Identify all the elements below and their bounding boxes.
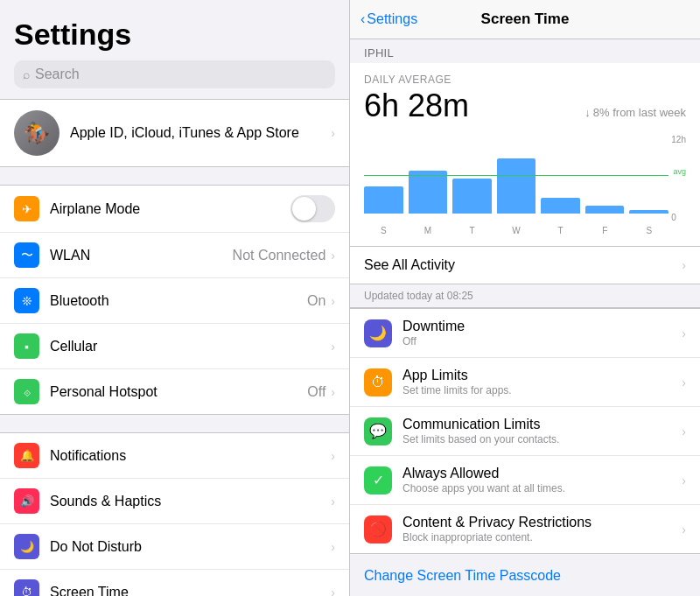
- wlan-value: Not Connected: [233, 248, 326, 263]
- search-bar[interactable]: ⌕ Search: [14, 60, 335, 88]
- settings-row-sounds[interactable]: 🔊Sounds & Haptics›: [0, 479, 349, 524]
- nav-title: Screen Time: [481, 11, 570, 28]
- app-limits-subtitle: Set time limits for apps.: [402, 384, 682, 396]
- settings-row-notifications[interactable]: 🔔Notifications›: [0, 433, 349, 479]
- always-allowed-chevron: ›: [682, 473, 686, 487]
- daily-average-label: Daily Average: [364, 74, 686, 86]
- communication-limits-text: Communication LimitsSet limits based on …: [402, 417, 682, 445]
- settings-row-donotdisturb[interactable]: 🌙Do Not Disturb›: [0, 524, 349, 570]
- profile-chevron: ›: [331, 126, 335, 140]
- daily-average-section: Daily Average 6h 28m ↓ 8% from last week: [350, 63, 700, 135]
- communication-limits-subtitle: Set limits based on your contacts.: [402, 433, 682, 445]
- notifications-icon: 🔔: [14, 443, 39, 468]
- change-text: 8% from last week: [593, 106, 686, 119]
- see-all-row[interactable]: See All Activity ›: [350, 247, 700, 284]
- content-privacy-icon: 🚫: [364, 515, 392, 543]
- wlan-icon: 〜: [14, 242, 39, 268]
- screentime-label: Screen Time: [50, 585, 331, 597]
- avg-line: [364, 175, 668, 176]
- feature-row-content-privacy[interactable]: 🚫Content & Privacy RestrictionsBlock ina…: [350, 505, 700, 553]
- updated-bar: Updated today at 08:25: [350, 284, 700, 308]
- app-limits-chevron: ›: [682, 375, 686, 389]
- sounds-icon: 🔊: [14, 488, 39, 514]
- content-privacy-text: Content & Privacy RestrictionsBlock inap…: [402, 515, 682, 543]
- sounds-chevron: ›: [331, 494, 335, 508]
- feature-row-app-limits[interactable]: ⏱App LimitsSet time limits for apps.›: [350, 358, 700, 407]
- bar-1: [409, 171, 448, 214]
- cellular-label: Cellular: [50, 339, 331, 354]
- chart-y-labels: 12h 0: [671, 135, 686, 222]
- donotdisturb-chevron: ›: [331, 540, 335, 554]
- settings-section-1: ✈Airplane Mode〜WLANNot Connected›❊Blueto…: [0, 185, 349, 415]
- change-icon: ↓: [584, 106, 591, 119]
- communication-limits-icon: 💬: [364, 417, 392, 445]
- sounds-label: Sounds & Haptics: [50, 494, 331, 509]
- bar-wrapper-3: [497, 158, 536, 214]
- profile-name: Apple ID, iCloud, iTunes & App Store: [70, 125, 299, 140]
- downtime-icon: 🌙: [364, 319, 392, 347]
- back-chevron-icon: ‹: [360, 11, 365, 27]
- app-limits-icon: ⏱: [364, 368, 392, 396]
- bar-wrapper-6: [629, 210, 668, 214]
- x-label-4: T: [541, 226, 580, 235]
- content-privacy-chevron: ›: [682, 522, 686, 536]
- always-allowed-icon: ✓: [364, 466, 392, 494]
- x-label-2: T: [452, 226, 492, 235]
- y-max-label: 12h: [671, 135, 686, 144]
- bar-3: [497, 158, 536, 214]
- chart-x-labels: SMTWTFS: [364, 226, 686, 235]
- nav-back-button[interactable]: ‹ Settings: [360, 11, 417, 27]
- settings-row-hotspot[interactable]: ⟐Personal HotspotOff›: [0, 369, 349, 414]
- bar-0: [364, 186, 403, 214]
- settings-row-wlan[interactable]: 〜WLANNot Connected›: [0, 233, 349, 278]
- right-panel: ‹ Settings Screen Time IPHIL Daily Avera…: [350, 0, 700, 596]
- bar-wrapper-0: [364, 186, 403, 214]
- downtime-chevron: ›: [682, 326, 686, 340]
- chart-area: avg 12h 0 SMTWTFS: [350, 135, 700, 246]
- x-label-6: S: [629, 226, 668, 235]
- profile-row[interactable]: 🏇 Apple ID, iCloud, iTunes & App Store ›: [0, 99, 349, 167]
- search-icon: ⌕: [23, 67, 30, 81]
- always-allowed-subtitle: Choose apps you want at all times.: [402, 482, 682, 494]
- right-content: IPHIL Daily Average 6h 28m ↓ 8% from las…: [350, 39, 700, 596]
- see-all-label: See All Activity: [364, 257, 682, 273]
- bluetooth-chevron: ›: [331, 294, 335, 308]
- content-privacy-title: Content & Privacy Restrictions: [402, 515, 682, 530]
- avatar: 🏇: [14, 110, 60, 156]
- communication-limits-chevron: ›: [682, 424, 686, 438]
- hotspot-value: Off: [307, 384, 326, 400]
- app-limits-title: App Limits: [402, 368, 682, 383]
- bar-5: [585, 206, 625, 214]
- hotspot-label: Personal Hotspot: [50, 384, 307, 400]
- wlan-label: WLAN: [50, 248, 233, 263]
- settings-row-bluetooth[interactable]: ❊BluetoothOn›: [0, 278, 349, 324]
- feature-row-communication-limits[interactable]: 💬Communication LimitsSet limits based on…: [350, 407, 700, 456]
- feature-section: 🌙DowntimeOff›⏱App LimitsSet time limits …: [350, 308, 700, 554]
- settings-section-2: 🔔Notifications›🔊Sounds & Haptics›🌙Do Not…: [0, 432, 349, 596]
- screentime-chevron: ›: [331, 585, 335, 597]
- see-all-section: See All Activity ›: [350, 246, 700, 284]
- content-privacy-subtitle: Block inappropriate content.: [402, 531, 682, 543]
- settings-row-screentime[interactable]: ⏱Screen Time›: [0, 570, 349, 596]
- nav-bar: ‹ Settings Screen Time: [350, 0, 700, 39]
- bar-6: [629, 210, 668, 214]
- feature-row-always-allowed[interactable]: ✓Always AllowedChoose apps you want at a…: [350, 456, 700, 505]
- left-panel: Settings ⌕ Search 🏇 Apple ID, iCloud, iT…: [0, 0, 350, 596]
- airplane-mode-toggle[interactable]: [290, 195, 335, 222]
- bar-wrapper-5: [585, 206, 625, 214]
- feature-row-downtime[interactable]: 🌙DowntimeOff›: [350, 309, 700, 358]
- bar-wrapper-1: [409, 171, 448, 214]
- search-placeholder: Search: [35, 67, 80, 82]
- notifications-label: Notifications: [50, 448, 331, 464]
- chart-container: avg 12h 0: [364, 135, 686, 222]
- downtime-title: Downtime: [402, 319, 682, 334]
- bar-2: [452, 179, 492, 214]
- x-label-3: W: [497, 226, 536, 235]
- y-min-label: 0: [671, 213, 686, 222]
- settings-row-cellular[interactable]: ▪Cellular›: [0, 324, 349, 369]
- app-limits-text: App LimitsSet time limits for apps.: [402, 368, 682, 396]
- settings-row-airplane-mode[interactable]: ✈Airplane Mode: [0, 186, 349, 233]
- bluetooth-label: Bluetooth: [50, 293, 307, 309]
- daily-average-row: 6h 28m ↓ 8% from last week: [364, 88, 686, 124]
- passcode-link[interactable]: Change Screen Time Passcode: [364, 568, 561, 583]
